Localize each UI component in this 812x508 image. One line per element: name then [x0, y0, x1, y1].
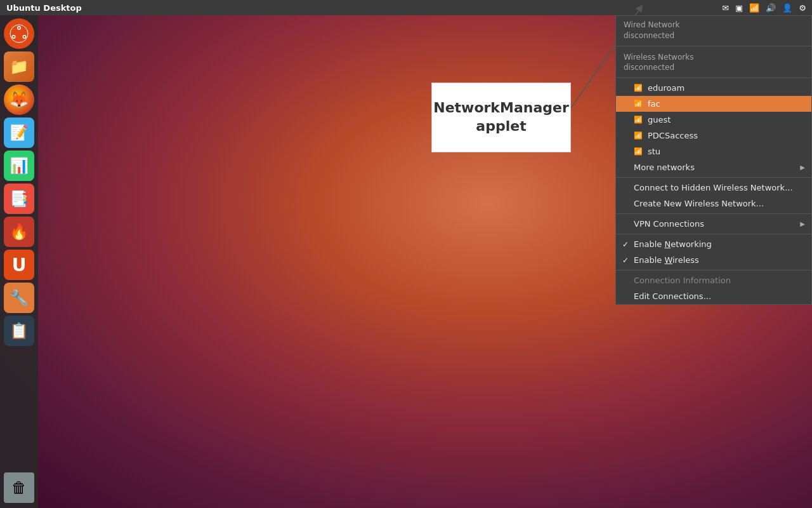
- desktop: Ubuntu Desktop ✉ ▣ 📶 🔊 👤 ⚙ 📁 🦊 📝 📊 📑: [0, 0, 812, 508]
- connect-hidden-wireless[interactable]: Connect to Hidden Wireless Network...: [616, 180, 811, 196]
- dock-ubuntu[interactable]: [4, 18, 34, 49]
- settings-icon[interactable]: ⚙: [796, 0, 809, 15]
- dock-firefox[interactable]: 🦊: [4, 84, 34, 115]
- svg-point-5: [23, 36, 25, 38]
- network-guest[interactable]: 📶 guest: [616, 112, 811, 128]
- separator-1: [616, 46, 811, 46]
- checkmark-wireless: ✓: [622, 256, 629, 265]
- network-guest-label: guest: [648, 115, 671, 124]
- network-pdcsaccess-label: PDCSaccess: [648, 131, 698, 140]
- more-networks-label: More networks: [634, 163, 695, 172]
- connect-hidden-label: Connect to Hidden Wireless Network...: [634, 183, 793, 192]
- svg-point-6: [13, 36, 15, 38]
- wifi-icon-guest: 📶: [634, 116, 643, 124]
- dock-ubuntu-one[interactable]: U: [4, 250, 34, 280]
- more-networks[interactable]: More networks: [616, 159, 811, 175]
- dock-calc[interactable]: 📊: [4, 150, 34, 181]
- top-panel: Ubuntu Desktop ✉ ▣ 📶 🔊 👤 ⚙: [0, 0, 812, 15]
- enable-wireless[interactable]: ✓ Enable Wireless: [616, 252, 811, 268]
- panel-icons: ✉ ▣ 📶 🔊 👤 ⚙: [719, 0, 812, 15]
- network-icon[interactable]: 📶: [747, 0, 762, 15]
- create-new-label: Create New Wireless Network...: [634, 199, 764, 208]
- separator-5: [616, 234, 811, 234]
- edit-connections-label: Edit Connections...: [634, 291, 711, 301]
- connection-info: Connection Information: [616, 272, 811, 288]
- separator-6: [616, 270, 811, 271]
- dock-tools[interactable]: 🔧: [4, 283, 34, 313]
- dock-files[interactable]: 📁: [4, 51, 34, 82]
- vpn-label: VPN Connections: [634, 219, 704, 229]
- network-pdcsaccess[interactable]: 📶 PDCSaccess: [616, 128, 811, 144]
- network-eduroam-label: eduroam: [648, 83, 684, 93]
- enable-networking[interactable]: ✓ Enable Networking: [616, 236, 811, 252]
- wifi-icon-pdcsaccess: 📶: [634, 131, 643, 140]
- battery-icon[interactable]: ▣: [733, 0, 745, 15]
- separator-4: [616, 213, 811, 214]
- network-menu: Wired Network disconnected Wireless Netw…: [615, 15, 812, 305]
- separator-2: [616, 77, 811, 78]
- network-stu-label: stu: [648, 147, 660, 156]
- network-eduroam[interactable]: 📶 eduroam: [616, 80, 811, 96]
- dock-app-dark[interactable]: 📋: [4, 316, 34, 346]
- wifi-icon-fac: 📶: [634, 100, 643, 108]
- wireless-network-header: Wireless Networks disconnected: [616, 48, 811, 76]
- callout-box: NetworkManagerapplet: [431, 83, 571, 152]
- wifi-icon-eduroam: 📶: [634, 84, 643, 92]
- separator-3: [616, 177, 811, 178]
- connection-info-label: Connection Information: [634, 276, 731, 285]
- network-fac-label: fac: [648, 99, 660, 109]
- network-fac[interactable]: 📶 fac: [616, 96, 811, 112]
- enable-wireless-label: Enable Wireless: [634, 255, 699, 265]
- panel-title: Ubuntu Desktop: [0, 3, 88, 13]
- dock-app-red[interactable]: 🔥: [4, 217, 34, 247]
- dock-trash[interactable]: 🗑: [4, 472, 34, 503]
- checkmark-networking: ✓: [622, 240, 629, 249]
- vpn-connections[interactable]: VPN Connections: [616, 216, 811, 232]
- enable-networking-label: Enable Networking: [634, 239, 712, 249]
- create-new-wireless[interactable]: Create New Wireless Network...: [616, 196, 811, 211]
- svg-point-4: [18, 27, 20, 29]
- callout-text: NetworkManagerapplet: [433, 99, 569, 135]
- wired-network-header: Wired Network disconnected: [616, 16, 811, 44]
- dock-writer[interactable]: 📝: [4, 117, 34, 148]
- edit-connections[interactable]: Edit Connections...: [616, 288, 811, 304]
- dock-impress[interactable]: 📑: [4, 184, 34, 214]
- wifi-icon-stu: 📶: [634, 147, 643, 156]
- volume-icon[interactable]: 🔊: [763, 0, 778, 15]
- user-icon[interactable]: 👤: [780, 0, 795, 15]
- network-stu[interactable]: 📶 stu: [616, 144, 811, 159]
- sidebar: 📁 🦊 📝 📊 📑 🔥 U 🔧 📋 🗑: [0, 15, 38, 508]
- mail-icon[interactable]: ✉: [719, 0, 731, 15]
